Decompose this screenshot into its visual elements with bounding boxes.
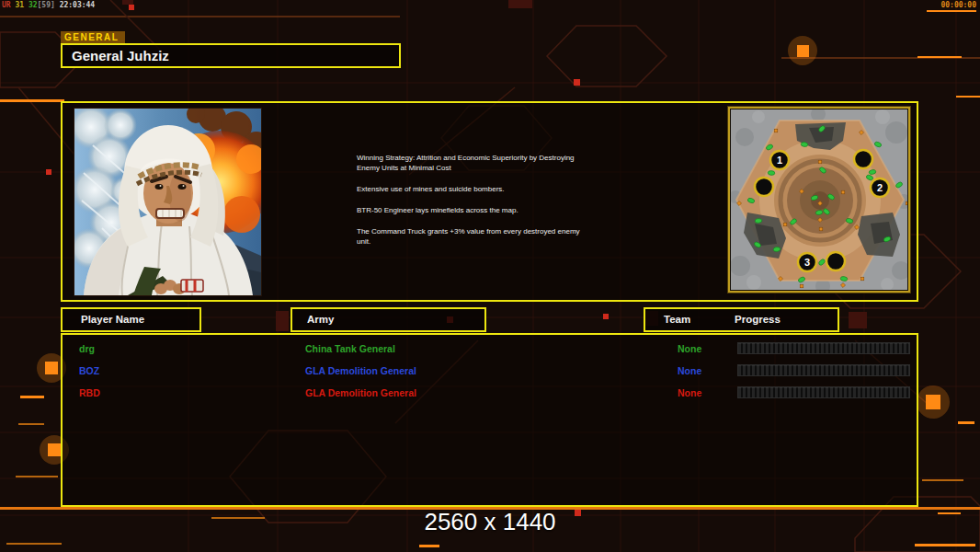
strategy-paragraph: The Command Truck grants +3% value from … [357,226,649,247]
map-supply-marker [774,129,778,132]
strategy-text: Winning Strategy: Attrition and Economic… [357,153,649,258]
team-header-label: Team [664,309,690,330]
map-start-position-number: 3 [804,257,810,268]
player-army: GLA Demolition General [305,387,416,398]
debug-overlay-segment: UR [2,1,11,9]
player-row: BOZ GLA Demolition General None [63,361,917,383]
map-supply-marker [906,201,907,205]
player-army: GLA Demolition General [305,365,416,376]
map-supply-marker [818,160,822,164]
army-header-label: Army [307,314,334,325]
players-panel: drg China Tank General None BOZ GLA Demo… [61,333,918,507]
player-name-header: Player Name [61,307,201,332]
debug-overlay: UR 31 32[59] 22:03:44 [2,1,95,9]
strategy-paragraph: BTR-50 Engineer lays minefields across t… [357,205,649,215]
player-progress-bar [737,342,910,354]
general-portrait [74,108,262,296]
player-name-header-label: Player Name [81,314,144,325]
army-header: Army [291,307,486,332]
map-resource-dot [755,218,762,223]
map-start-position [826,252,845,270]
loading-screen: UR 31 32[59] 22:03:44 00:00:00 GENERAL G… [0,0,980,552]
player-name: BOZ [79,365,99,376]
player-team: None [678,365,701,376]
map-start-position-number: 2 [877,182,883,193]
map-start-position [755,178,773,196]
map-supply-marker [841,190,845,194]
map-supply-marker [800,284,803,288]
debug-overlay-segment: [59] [38,1,55,9]
general-name-box: General Juhziz [61,43,401,68]
map-resource-dot [768,170,775,175]
map-start-position [854,150,872,168]
player-row: drg China Tank General None [63,339,917,361]
general-portrait-art [74,109,261,295]
player-name: drg [79,343,95,354]
general-tab-label: GENERAL [61,31,125,43]
map-preview-art: 123 [731,109,907,290]
map-start-position-number: 1 [777,155,782,166]
strategy-paragraph: Winning Strategy: Attrition and Economic… [357,153,649,173]
player-progress-bar [737,386,910,398]
player-progress-bar [737,364,910,376]
progress-header-label: Progress [735,309,781,330]
debug-overlay-segment: 22:03:44 [55,1,95,9]
strategy-paragraph: Extensive use of mines and suicide bombe… [357,184,649,194]
player-team: None [678,387,701,398]
team-progress-header: Team Progress [644,307,839,332]
match-timer: 00:00:00 [940,1,976,9]
debug-overlay-segment: 31 [11,1,24,9]
player-row: RBD GLA Demolition General None [63,383,917,405]
resolution-watermark: 2560 x 1440 [0,508,980,536]
player-army: China Tank General [305,343,395,354]
map-supply-marker [819,227,823,231]
general-name: General Juhziz [72,48,169,63]
player-name: RBD [79,387,100,398]
map-preview: 123 [728,107,910,293]
player-team: None [678,343,701,354]
map-supply-marker [860,277,864,281]
map-supply-marker [783,223,787,226]
debug-overlay-segment: 32 [24,1,37,9]
